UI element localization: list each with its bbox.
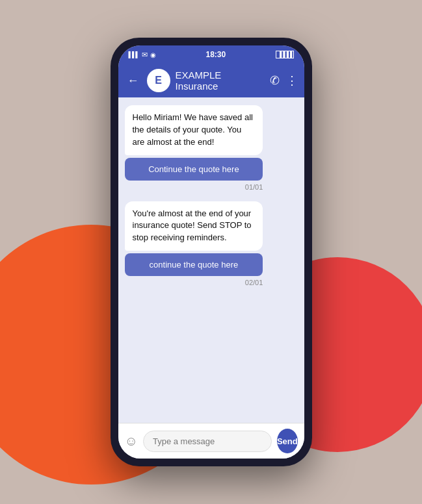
phone-icon[interactable]: ✆ [270,73,280,88]
battery-icon: ▐▐▐▐ [276,51,294,58]
chat-toolbar: ← E EXAMPLE Insurance ✆ ⋮ [118,64,304,97]
toolbar-icons: ✆ ⋮ [270,73,298,88]
message-2-text: You're almost at the end of your insuran… [125,201,263,251]
phone-screen: ▌▌▌ ✉ ◉ 18:30 ▐▐▐▐ ← E EXAMPLE Insurance… [118,45,304,459]
signal-icon: ▌▌▌ [129,51,139,58]
emoji-icon[interactable]: ☺ [125,434,138,449]
contact-name: EXAMPLE Insurance [176,69,265,92]
email-icon: ✉ [142,51,148,59]
more-icon[interactable]: ⋮ [286,73,298,88]
chat-area: Hello Miriam! We have saved all the deta… [118,97,304,423]
status-bar: ▌▌▌ ✉ ◉ 18:30 ▐▐▐▐ [118,45,304,64]
send-button[interactable]: Send [277,429,298,453]
status-right: ▐▐▐▐ [276,51,294,58]
message-1-cta[interactable]: Continue the quote here [125,158,263,181]
message-2: You're almost at the end of your insuran… [125,201,263,287]
message-1-text: Hello Miriam! We have saved all the deta… [125,105,263,155]
message-2-cta[interactable]: continue the quote here [125,253,263,276]
location-icon: ◉ [150,51,156,58]
status-time: 18:30 [156,50,276,59]
message-input[interactable] [143,431,272,452]
back-button[interactable]: ← [125,71,142,90]
message-1-timestamp: 01/01 [245,183,263,191]
input-bar: ☺ Send [118,423,304,459]
phone-shell: ▌▌▌ ✉ ◉ 18:30 ▐▐▐▐ ← E EXAMPLE Insurance… [111,38,312,466]
status-left: ▌▌▌ ✉ ◉ [129,51,156,59]
message-1: Hello Miriam! We have saved all the deta… [125,105,263,191]
contact-avatar: E [147,69,170,92]
message-2-timestamp: 02/01 [245,279,263,286]
